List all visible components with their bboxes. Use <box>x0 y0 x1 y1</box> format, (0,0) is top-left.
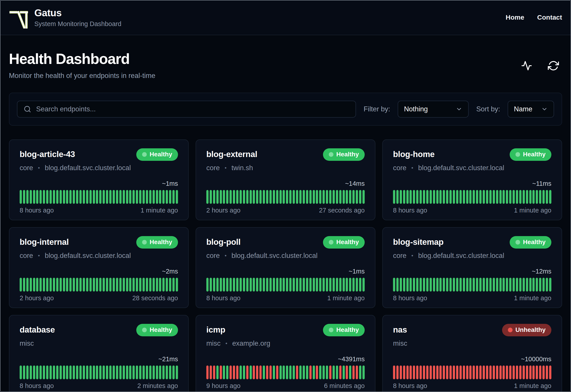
uptime-bar[interactable] <box>172 365 175 379</box>
uptime-bar[interactable] <box>532 190 535 204</box>
uptime-bar[interactable] <box>49 365 52 379</box>
uptime-bar[interactable] <box>60 365 62 379</box>
uptime-bar[interactable] <box>229 278 232 292</box>
uptime-bar[interactable] <box>56 365 59 379</box>
uptime-bar[interactable] <box>343 365 345 379</box>
uptime-bar[interactable] <box>156 190 158 204</box>
uptime-bar[interactable] <box>136 365 138 379</box>
uptime-bar[interactable] <box>116 190 118 204</box>
uptime-bar[interactable] <box>473 278 475 292</box>
uptime-bar[interactable] <box>453 190 455 204</box>
uptime-bar[interactable] <box>313 278 315 292</box>
uptime-bar[interactable] <box>539 190 541 204</box>
uptime-bar[interactable] <box>519 365 522 379</box>
uptime-bar[interactable] <box>240 365 242 379</box>
uptime-bar[interactable] <box>289 278 291 292</box>
uptime-bar[interactable] <box>316 278 318 292</box>
uptime-bar[interactable] <box>456 190 458 204</box>
uptime-bar[interactable] <box>210 278 212 292</box>
endpoint-card[interactable]: nas Unhealthy misc • ~10000ms 8 hours ag… <box>382 315 562 392</box>
uptime-bar[interactable] <box>352 190 355 204</box>
uptime-bar[interactable] <box>426 365 428 379</box>
uptime-bar[interactable] <box>129 365 131 379</box>
uptime-bar[interactable] <box>143 278 145 292</box>
uptime-bar[interactable] <box>476 190 478 204</box>
uptime-bar[interactable] <box>69 278 72 292</box>
uptime-bar[interactable] <box>172 278 175 292</box>
uptime-bar[interactable] <box>423 365 425 379</box>
uptime-bar[interactable] <box>273 190 275 204</box>
uptime-bar[interactable] <box>469 190 471 204</box>
uptime-bar[interactable] <box>459 365 462 379</box>
uptime-bar[interactable] <box>116 365 118 379</box>
uptime-bar[interactable] <box>206 278 209 292</box>
uptime-bar[interactable] <box>349 365 351 379</box>
uptime-bar[interactable] <box>549 365 551 379</box>
uptime-bar[interactable] <box>109 190 112 204</box>
uptime-bar[interactable] <box>416 190 419 204</box>
uptime-bar[interactable] <box>123 365 125 379</box>
uptime-bar[interactable] <box>56 190 59 204</box>
uptime-bar[interactable] <box>496 278 498 292</box>
uptime-bar[interactable] <box>243 278 245 292</box>
nav-link-contact[interactable]: Contact <box>537 14 562 21</box>
uptime-bar[interactable] <box>136 278 138 292</box>
uptime-bar[interactable] <box>146 365 148 379</box>
uptime-bar[interactable] <box>49 190 52 204</box>
uptime-bar[interactable] <box>423 278 425 292</box>
refresh-icon[interactable] <box>548 60 559 71</box>
uptime-bar[interactable] <box>356 365 358 379</box>
uptime-bar[interactable] <box>499 365 502 379</box>
endpoint-card[interactable]: blog-poll Healthy core • blog.default.sv… <box>195 227 376 308</box>
uptime-bar[interactable] <box>253 278 255 292</box>
uptime-bar[interactable] <box>26 190 29 204</box>
uptime-bar[interactable] <box>362 190 365 204</box>
uptime-bar[interactable] <box>403 365 405 379</box>
uptime-bar[interactable] <box>446 190 448 204</box>
uptime-bar[interactable] <box>436 365 438 379</box>
uptime-bar[interactable] <box>283 365 285 379</box>
uptime-bar[interactable] <box>546 190 548 204</box>
uptime-bar[interactable] <box>532 365 535 379</box>
uptime-bar[interactable] <box>43 278 45 292</box>
uptime-bar[interactable] <box>539 365 541 379</box>
uptime-bar[interactable] <box>233 365 235 379</box>
uptime-bar[interactable] <box>512 278 515 292</box>
uptime-bar[interactable] <box>56 278 59 292</box>
uptime-bar[interactable] <box>450 190 452 204</box>
uptime-bar[interactable] <box>476 365 478 379</box>
uptime-bar[interactable] <box>263 190 265 204</box>
uptime-bar[interactable] <box>473 190 475 204</box>
uptime-bar[interactable] <box>509 278 511 292</box>
uptime-bar[interactable] <box>162 278 165 292</box>
uptime-bar[interactable] <box>99 365 102 379</box>
uptime-bar[interactable] <box>466 190 468 204</box>
uptime-bar[interactable] <box>36 278 38 292</box>
uptime-bar[interactable] <box>136 190 138 204</box>
uptime-bar[interactable] <box>296 365 298 379</box>
uptime-bar[interactable] <box>152 278 155 292</box>
uptime-bar[interactable] <box>23 190 25 204</box>
uptime-bar[interactable] <box>286 365 288 379</box>
uptime-bar[interactable] <box>152 365 155 379</box>
uptime-bar[interactable] <box>213 190 215 204</box>
uptime-bar[interactable] <box>96 190 98 204</box>
uptime-bar[interactable] <box>526 278 528 292</box>
filter-select[interactable]: Nothing <box>398 101 469 118</box>
uptime-bar[interactable] <box>406 365 409 379</box>
uptime-bar[interactable] <box>126 365 128 379</box>
uptime-bar[interactable] <box>76 365 78 379</box>
uptime-bar[interactable] <box>126 190 128 204</box>
uptime-bar[interactable] <box>90 365 92 379</box>
uptime-bar[interactable] <box>143 365 145 379</box>
uptime-bar[interactable] <box>33 365 35 379</box>
uptime-bar[interactable] <box>240 190 242 204</box>
uptime-bar[interactable] <box>403 278 405 292</box>
uptime-bar[interactable] <box>512 365 515 379</box>
uptime-bar[interactable] <box>506 190 508 204</box>
uptime-bar[interactable] <box>486 278 488 292</box>
uptime-bar[interactable] <box>393 190 395 204</box>
uptime-bar[interactable] <box>343 190 345 204</box>
uptime-bar[interactable] <box>436 190 438 204</box>
uptime-bar[interactable] <box>210 365 212 379</box>
